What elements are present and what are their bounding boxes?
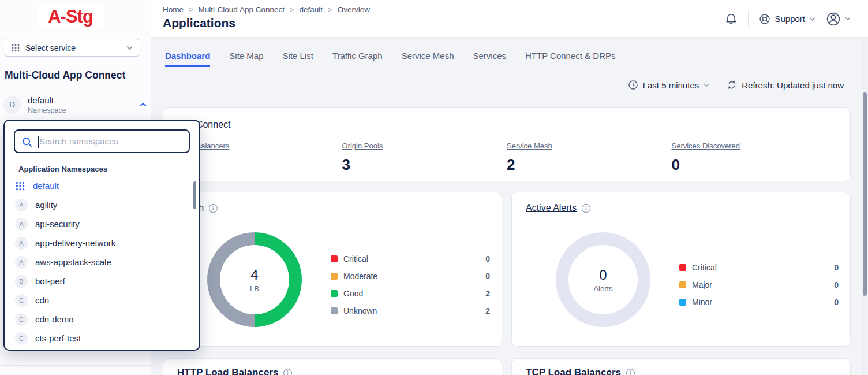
metric-value: 2 <box>507 156 672 174</box>
legend-row-moderate: Moderate 0 <box>331 268 490 285</box>
refresh-control[interactable]: Refresh: Updated just now <box>727 80 844 90</box>
legend-swatch <box>331 255 338 262</box>
legend-value: 0 <box>485 272 490 281</box>
namespace-item[interactable]: C cts-perf-test <box>5 329 199 348</box>
tab-service-mesh[interactable]: Service Mesh <box>402 51 454 67</box>
namespace-item[interactable]: C cdn <box>5 291 199 310</box>
breadcrumb: Home > Multi-Cloud App Connect > default… <box>163 5 370 14</box>
legend-label: Major <box>692 280 712 289</box>
namespace-group-label: Application Namespaces <box>18 165 107 173</box>
time-range-selector[interactable]: Last 5 minutes <box>628 80 710 90</box>
tab-dashboard[interactable]: Dashboard <box>165 51 210 67</box>
refresh-icon <box>727 80 737 90</box>
namespace-search[interactable] <box>14 129 190 153</box>
metric-label[interactable]: Services Discovered <box>672 142 740 150</box>
search-input[interactable] <box>39 132 186 151</box>
dashboard-controls: Last 5 minutes Refresh: Updated just now <box>628 80 844 90</box>
legend-swatch <box>679 299 686 306</box>
summary-metrics: Load Balancers Origin Pools 3 Service Me… <box>177 140 836 174</box>
donut-center-value: 4 <box>250 267 258 283</box>
account-menu[interactable] <box>826 12 851 27</box>
namespace-item[interactable]: A app-delivery-network <box>5 233 199 253</box>
page-scrollbar-thumb[interactable] <box>863 92 867 296</box>
metric-service-mesh: Service Mesh 2 <box>507 140 672 174</box>
lb-health-donut: 4 LB <box>207 232 302 327</box>
breadcrumb-item[interactable]: Multi-Cloud App Connect <box>199 5 285 14</box>
metric-value <box>177 156 342 173</box>
info-icon[interactable] <box>626 368 635 375</box>
namespace-item[interactable]: A aws-appstack-scale <box>5 253 199 272</box>
refresh-status-label: Refresh: Updated just now <box>742 80 844 90</box>
legend-row-critical: Critical 0 <box>679 259 839 276</box>
namespace-item[interactable]: A api-security <box>5 214 199 233</box>
tab-site-list[interactable]: Site List <box>283 51 313 67</box>
donut-center-value: 0 <box>599 267 607 283</box>
metric-label[interactable]: Origin Pools <box>342 142 383 150</box>
breadcrumb-item[interactable]: default <box>300 5 323 14</box>
service-selector-label: Select service <box>25 43 121 53</box>
info-icon[interactable] <box>581 203 591 213</box>
namespace-dropdown: Application Namespaces default A agility… <box>3 120 200 351</box>
legend-label: Critical <box>343 254 368 263</box>
http-lb-title[interactable]: HTTP Load Balancers <box>177 367 278 375</box>
dropdown-scrollbar[interactable] <box>193 181 196 209</box>
bell-icon[interactable] <box>725 13 738 25</box>
metric-value: 0 <box>672 156 837 174</box>
tab-services[interactable]: Services <box>473 51 507 67</box>
alerts-donut: 0 Alerts <box>556 232 650 327</box>
letter-avatar: A <box>15 199 28 211</box>
breadcrumb-separator: > <box>189 5 193 14</box>
chevron-up-icon <box>140 102 147 107</box>
legend-swatch <box>331 307 338 314</box>
namespace-item[interactable]: A agility <box>5 195 199 214</box>
sidebar-section-title: Multi-Cloud App Connect <box>5 69 125 81</box>
brand-logo: A-Stg <box>38 3 103 30</box>
namespace-item[interactable]: C cdn-demo <box>5 310 199 329</box>
sidebar-divider <box>0 365 151 366</box>
active-alerts-title[interactable]: Active Alerts <box>526 203 577 213</box>
service-selector[interactable]: Select service <box>5 39 139 57</box>
letter-avatar: B <box>15 275 28 288</box>
info-icon[interactable] <box>208 203 218 213</box>
letter-avatar: A <box>15 237 28 250</box>
legend-row-good: Good 2 <box>331 285 490 302</box>
header-divider <box>748 10 749 28</box>
support-label: Support <box>775 14 805 24</box>
info-icon[interactable] <box>283 368 293 375</box>
namespace-item[interactable]: B bot-perf <box>5 272 199 291</box>
tab-http-connect-drps[interactable]: HTTP Connect & DRPs <box>525 51 615 67</box>
breadcrumb-home[interactable]: Home <box>163 5 184 14</box>
donut-center-label: LB <box>250 284 259 293</box>
chevron-down-icon <box>809 17 815 21</box>
app-connect-summary-card: App Connect Load Balancers Origin Pools … <box>163 107 851 181</box>
namespace-item-label: aws-appstack-scale <box>35 257 111 267</box>
lb-health-card: Health 4 LB Critical 0 Moderate 0 <box>163 192 502 347</box>
legend-swatch <box>331 273 338 280</box>
legend-value: 0 <box>834 298 839 307</box>
page-title: Applications <box>163 16 235 30</box>
top-actions: Support <box>725 0 851 38</box>
letter-avatar: A <box>15 218 28 231</box>
namespace-item-label: agility <box>35 200 57 210</box>
legend-row-major: Major 0 <box>679 276 839 294</box>
support-menu[interactable]: Support <box>759 13 815 25</box>
legend-label: Critical <box>692 263 717 272</box>
tab-traffic-graph[interactable]: Traffic Graph <box>332 51 383 67</box>
http-load-balancers-card: HTTP Load Balancers <box>163 358 502 375</box>
letter-avatar: A <box>15 256 28 269</box>
tcp-lb-title[interactable]: TCP Load Balancers <box>526 367 621 375</box>
tab-site-map[interactable]: Site Map <box>229 51 263 67</box>
metric-label[interactable]: Service Mesh <box>507 142 552 150</box>
chevron-down-icon <box>126 46 133 50</box>
namespace-item-default[interactable]: default <box>5 176 199 195</box>
lb-health-legend: Critical 0 Moderate 0 Good 2 Unknown 2 <box>331 250 490 320</box>
legend-value: 0 <box>485 254 490 263</box>
legend-value: 2 <box>485 306 490 315</box>
namespace-item-label: default <box>33 181 59 191</box>
namespace-item-label: cdn-demo <box>35 314 74 324</box>
metric-origin-pools: Origin Pools 3 <box>342 140 507 174</box>
namespace-picker[interactable]: D default Namespace <box>3 94 147 116</box>
legend-label: Minor <box>692 298 712 307</box>
legend-swatch <box>679 281 686 288</box>
summary-card-title: App Connect <box>177 120 836 130</box>
